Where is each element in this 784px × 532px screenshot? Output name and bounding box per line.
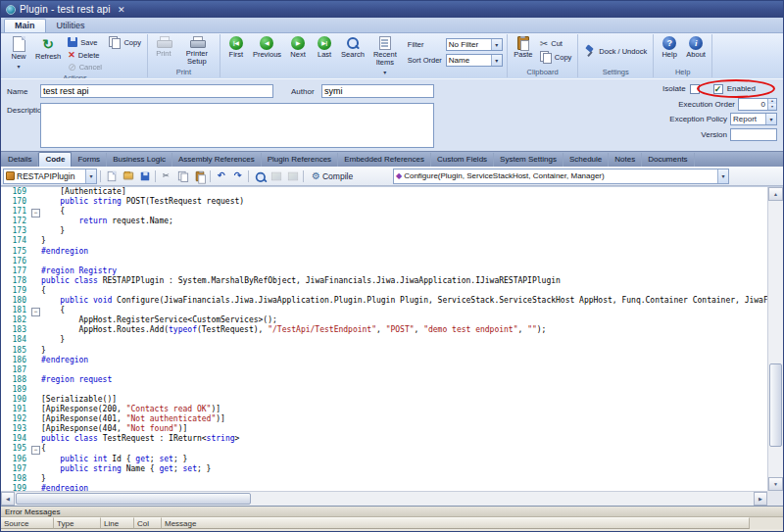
scroll-right-icon[interactable] (754, 492, 767, 506)
class-dropdown[interactable]: RESTAPIPlugin (3, 169, 97, 184)
tab-system-settings[interactable]: System Settings (494, 153, 564, 167)
code-line[interactable]: 186#endregion (1, 356, 767, 365)
code-line[interactable]: 189 (1, 385, 767, 395)
code-line[interactable]: 181 { (1, 306, 767, 315)
compile-button[interactable]: Compile (307, 169, 358, 184)
description-field[interactable] (40, 103, 434, 148)
method-dropdown[interactable]: Configure(Plugin, ServiceStackHost, Cont… (393, 169, 729, 184)
code-line[interactable]: 193[ApiResponse(404, "Not found")] (1, 424, 767, 434)
error-column-line[interactable]: Line (101, 517, 134, 529)
delete-button[interactable]: Delete (66, 50, 143, 61)
error-column-type[interactable]: Type (54, 517, 101, 529)
fold-collapse-icon[interactable] (30, 207, 41, 217)
enabled-checkbox[interactable] (713, 84, 723, 94)
error-column-source[interactable]: Source (1, 517, 54, 529)
tab-custom-fields[interactable]: Custom Fields (431, 153, 494, 167)
scroll-up-icon[interactable] (768, 187, 783, 201)
chevron-down-icon[interactable] (717, 169, 728, 183)
recent-items-button[interactable]: Recent Items (369, 35, 401, 77)
fold-collapse-icon[interactable] (30, 444, 41, 454)
copy-icon[interactable] (175, 169, 190, 183)
code-line[interactable]: 175#endregion (1, 247, 767, 257)
spin-down-icon[interactable] (768, 104, 776, 110)
code-line[interactable]: 170 public string POST(TestRequest reque… (1, 197, 767, 207)
code-line[interactable]: 192[ApiResponse(401, "Not authenticated"… (1, 414, 767, 424)
paste-icon[interactable] (192, 169, 207, 183)
code-line[interactable]: 178public class RESTAPIPlugin : System.M… (1, 276, 767, 286)
tab-code[interactable]: Code (38, 152, 72, 167)
code-lines[interactable]: 169 [Authenticate]170 public string POST… (1, 187, 767, 491)
new-file-icon[interactable] (104, 169, 119, 183)
refresh-button[interactable]: Refresh (33, 35, 63, 62)
error-column-col[interactable]: Col (134, 517, 162, 529)
last-button[interactable]: Last (313, 35, 336, 60)
scroll-left-icon[interactable] (1, 492, 15, 506)
vertical-scrollbar-thumb[interactable] (769, 363, 782, 447)
code-line[interactable]: 177#region Registry (1, 266, 767, 276)
code-line[interactable]: 199#endregion (1, 484, 767, 491)
help-button[interactable]: Help (658, 35, 681, 60)
code-line[interactable]: 172 return request.Name; (1, 217, 767, 226)
printer-setup-button[interactable]: Printer Setup (178, 35, 216, 67)
code-line[interactable]: 188#region request (1, 375, 767, 385)
version-field[interactable] (730, 128, 777, 141)
code-line[interactable]: 195{ (1, 444, 767, 454)
name-field[interactable] (40, 84, 273, 98)
code-line[interactable]: 190[Serializable()] (1, 395, 767, 405)
print-button[interactable]: Print (152, 35, 175, 59)
code-line[interactable]: 187 (1, 365, 767, 375)
close-icon[interactable]: ✕ (115, 5, 128, 15)
filter-select[interactable]: No Filter (446, 38, 503, 51)
redo-icon[interactable] (230, 169, 245, 183)
open-file-icon[interactable] (121, 169, 135, 183)
tab-embedded-references[interactable]: Embedded References (338, 153, 431, 167)
cancel-button[interactable]: Cancel (66, 62, 143, 73)
ribbon-tab-main[interactable]: Main (4, 19, 46, 32)
code-line[interactable]: 171 { (1, 207, 767, 217)
save-file-icon[interactable] (137, 169, 152, 183)
cut-button[interactable]: Cut (538, 38, 574, 49)
image-icon[interactable] (285, 169, 300, 183)
save-button[interactable]: Save (66, 35, 99, 49)
error-grid-body[interactable] (1, 529, 783, 531)
tab-forms[interactable]: Forms (72, 153, 107, 167)
code-line[interactable]: 169 [Authenticate] (1, 187, 767, 197)
previous-button[interactable]: Previous (251, 35, 283, 60)
tab-schedule[interactable]: Schedule (564, 153, 609, 167)
code-line[interactable]: 182 AppHost.RegisterService<CustomServic… (1, 315, 767, 325)
vertical-scrollbar[interactable] (767, 187, 783, 491)
tab-notes[interactable]: Notes (609, 153, 642, 167)
image-icon[interactable] (269, 169, 283, 183)
code-line[interactable]: 180 public void Configure(JiwaFinancials… (1, 296, 767, 306)
code-line[interactable]: 197 public string Name { get; set; } (1, 464, 767, 474)
tab-plugin-references[interactable]: Plugin References (262, 153, 338, 167)
code-line[interactable]: 191[ApiResponse(200, "Contacts read OK")… (1, 405, 767, 414)
first-button[interactable]: First (224, 35, 248, 60)
tab-documents[interactable]: Documents (642, 153, 694, 167)
tab-assembly-references[interactable]: Assembly References (172, 153, 262, 167)
ribbon-tab-utilities[interactable]: Utilities (47, 20, 95, 32)
error-column-message[interactable]: Message (162, 517, 750, 529)
horizontal-scrollbar[interactable] (1, 491, 767, 506)
code-line[interactable]: 179{ (1, 286, 767, 296)
tab-business-logic[interactable]: Business Logic (107, 153, 172, 167)
spinner-buttons[interactable] (767, 99, 776, 110)
code-line[interactable]: 174} (1, 236, 767, 246)
code-line[interactable]: 176 (1, 257, 767, 266)
undo-icon[interactable] (214, 169, 228, 183)
dock-undock-button[interactable]: Dock / Undock (582, 44, 649, 59)
sort-order-select[interactable]: Name (446, 54, 503, 67)
paste-button[interactable]: Paste (512, 35, 535, 60)
code-line[interactable]: 185} (1, 346, 767, 356)
exception-policy-select[interactable]: Report (730, 113, 777, 125)
chevron-down-icon[interactable] (765, 114, 776, 124)
find-icon[interactable] (252, 169, 267, 183)
tab-details[interactable]: Details (2, 153, 38, 167)
code-line[interactable]: 173 } (1, 226, 767, 236)
code-line[interactable]: 184 } (1, 335, 767, 345)
chevron-down-icon[interactable] (85, 169, 96, 183)
about-button[interactable]: About (684, 35, 708, 60)
chevron-down-icon[interactable] (491, 39, 502, 50)
isolate-checkbox[interactable] (690, 84, 700, 94)
code-line[interactable]: 183 AppHost.Routes.Add(typeof(TestReques… (1, 325, 767, 335)
